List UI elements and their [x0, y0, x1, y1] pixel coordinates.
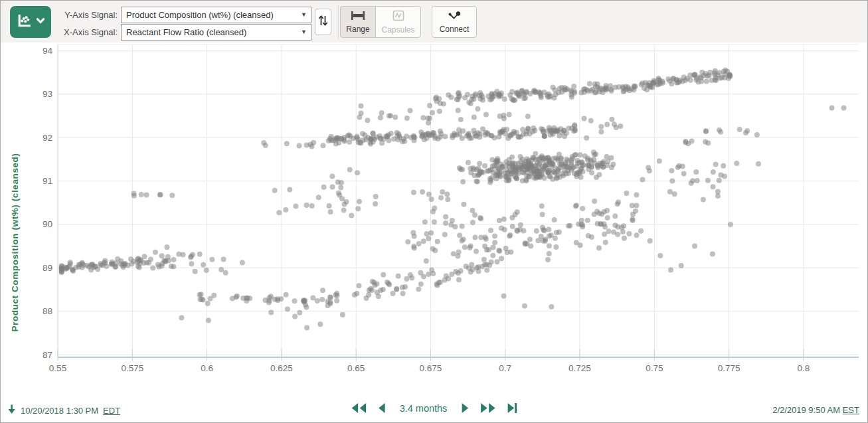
svg-text:0.8: 0.8 [798, 363, 810, 373]
svg-text:91: 91 [43, 176, 52, 186]
skip-to-now-button[interactable] [507, 402, 518, 414]
svg-text:0.575: 0.575 [121, 363, 143, 373]
fast-forward-button[interactable] [479, 402, 497, 414]
scatter-plot-canvas[interactable]: 0.550.5750.60.6250.650.6750.70.7250.750.… [1, 1, 868, 423]
svg-text:0.7: 0.7 [499, 363, 511, 373]
svg-text:0.675: 0.675 [420, 363, 442, 373]
svg-text:0.725: 0.725 [568, 363, 591, 373]
range-start-timezone-link[interactable]: EDT [103, 406, 120, 416]
svg-text:92: 92 [43, 133, 52, 143]
range-end[interactable]: 2/2/2019 9:50 AM EST [772, 405, 859, 415]
range-end-timezone-link[interactable]: EST [843, 405, 859, 415]
range-end-time[interactable]: 2/2/2019 9:50 AM [772, 405, 840, 415]
step-forward-button[interactable] [461, 402, 470, 414]
svg-text:0.55: 0.55 [49, 363, 66, 373]
scatter-points [59, 68, 847, 331]
range-start-time[interactable]: 10/20/2018 1:30 PM [21, 406, 98, 416]
svg-text:87: 87 [43, 350, 52, 360]
svg-text:0.65: 0.65 [347, 363, 365, 373]
svg-text:0.775: 0.775 [718, 363, 740, 373]
duration-label[interactable]: 3.4 months [400, 403, 448, 414]
svg-text:90: 90 [43, 219, 52, 229]
svg-text:94: 94 [43, 46, 53, 56]
arrow-down-icon [7, 404, 16, 417]
svg-text:0.75: 0.75 [646, 363, 663, 373]
time-range-footer: 10/20/2018 1:30 PM EDT 3.4 months [1, 398, 867, 422]
step-backward-button[interactable] [377, 402, 386, 414]
svg-text:0.625: 0.625 [270, 363, 293, 373]
fast-backward-button[interactable] [350, 402, 367, 414]
time-navigation: 3.4 months [350, 402, 519, 414]
svg-text:93: 93 [43, 89, 52, 99]
svg-text:0.6: 0.6 [201, 363, 213, 373]
svg-text:89: 89 [43, 263, 52, 273]
range-start[interactable]: 10/20/2018 1:30 PM EDT [7, 404, 120, 417]
svg-text:88: 88 [43, 306, 52, 316]
seeq-scatter-plot-window: Y-Axis Signal: X-Axis Signal: Product Co… [0, 0, 868, 423]
